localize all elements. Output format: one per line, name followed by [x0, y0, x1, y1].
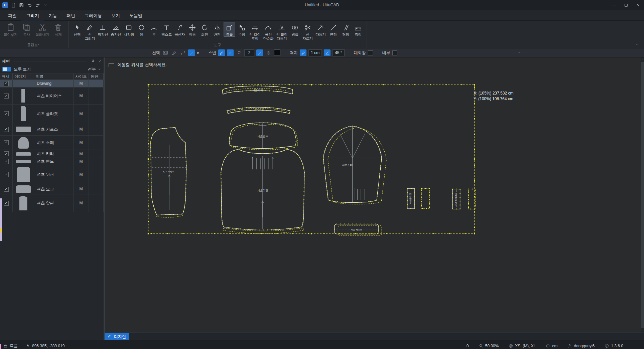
scrollbar-thumb[interactable] — [641, 62, 644, 328]
pattern-row-shirt-placket[interactable]: ✓셔츠 플라켓M — [0, 105, 104, 123]
pattern-row-shirt-front[interactable]: ✓셔츠 앞판M — [0, 194, 104, 212]
tool-delete-button[interactable]: 삭제 — [51, 22, 66, 37]
tool-flip-button[interactable]: 반전 — [211, 22, 223, 37]
pattern-row-shirt-back[interactable]: ✓셔츠 뒤판M — [0, 165, 104, 184]
menu-item-pattern[interactable]: 패턴 — [62, 10, 80, 20]
visibility-checkbox[interactable]: ✓ — [4, 187, 9, 192]
pattern-row-shirt-yoke[interactable]: ✓셔츠 요크M — [0, 184, 104, 194]
tool-select-button[interactable]: 선택 — [71, 22, 83, 37]
tool-copy-button[interactable]: 복사 — [19, 22, 34, 37]
drawing-canvas[interactable]: 셔츠카라 셔츠밴드 — [105, 57, 644, 333]
close-icon[interactable] — [632, 0, 644, 10]
tool-rotate-button[interactable]: 회전 — [199, 22, 211, 37]
tab-design[interactable]: 디자인 — [105, 333, 129, 340]
snap-pen-icon[interactable] — [218, 49, 225, 56]
tool-cut-line-button[interactable]: 선자르기 — [301, 22, 314, 41]
piece-collar[interactable]: 셔츠카라 — [223, 86, 293, 94]
menu-item-file[interactable]: 파일 — [3, 10, 21, 20]
visibility-checkbox[interactable]: ✓ — [4, 94, 9, 99]
ribbon-collapse-icon[interactable] — [635, 42, 639, 46]
pattern-filter-dropdown[interactable]: 전부 — [88, 66, 101, 72]
piece-back[interactable]: 셔츠뒤판 — [221, 149, 304, 233]
pattern-row-shirt-collar[interactable]: ✓셔츠 카라M — [0, 150, 104, 158]
pattern-row-shirt-cuffs[interactable]: ✓셔츠 커프스M — [0, 123, 104, 136]
snap-tolerance-value[interactable]: 2 — [244, 49, 254, 56]
grid-size-value[interactable]: 1 cm — [308, 49, 322, 56]
pen-select-icon[interactable] — [171, 49, 177, 56]
piece-placket[interactable]: 셔츠플라켓 — [407, 188, 429, 208]
piece-band[interactable]: 셔츠밴드 — [227, 107, 290, 113]
snap-line-icon[interactable] — [256, 49, 263, 56]
piece-bias[interactable]: 셔츠바이어스 — [453, 189, 475, 209]
pattern-row-drawing[interactable]: ✓DrawingM — [0, 80, 104, 88]
save-icon[interactable] — [19, 3, 24, 8]
tool-line-length-button[interactable]: 선 길이조정 — [248, 22, 262, 41]
panel-close-icon[interactable] — [98, 59, 102, 63]
undo-icon[interactable] — [27, 3, 32, 8]
inner-checkbox[interactable] — [392, 50, 397, 55]
tool-move-button[interactable]: 이동 — [186, 22, 198, 37]
visibility-checkbox[interactable]: ✓ — [4, 151, 9, 156]
new-file-icon[interactable] — [11, 3, 16, 8]
grid-pen-icon[interactable] — [300, 49, 306, 56]
tool-parallel-button[interactable]: 평행 — [340, 22, 352, 37]
vertical-scrollbar[interactable] — [641, 57, 644, 333]
scroll-down-icon[interactable] — [641, 329, 644, 333]
selection-handles[interactable] — [148, 84, 475, 234]
menu-item-function[interactable]: 기능 — [44, 10, 62, 20]
menu-item-grading[interactable]: 그레이딩 — [80, 10, 107, 20]
line-select-icon[interactable] — [188, 49, 195, 56]
show-all-toggle[interactable] — [2, 67, 11, 71]
grid-angle-icon[interactable] — [324, 49, 331, 56]
tool-trim-button[interactable]: 다듬기 — [314, 22, 327, 37]
tool-middle-line-button[interactable]: 중간선 — [110, 22, 122, 37]
visibility-checkbox[interactable]: ✓ — [4, 111, 9, 116]
snap-center-icon[interactable] — [265, 49, 272, 56]
tool-text-button[interactable]: 텍스트 — [160, 22, 173, 37]
snap-intersection-icon[interactable] — [227, 49, 234, 56]
visibility-checkbox[interactable]: ✓ — [4, 127, 9, 132]
tool-extend-button[interactable]: 연장 — [328, 22, 339, 37]
tool-measure-button[interactable]: 측정 — [352, 22, 364, 37]
options-dropdown-icon[interactable] — [517, 50, 521, 54]
color-swatch[interactable] — [274, 49, 280, 56]
tool-paste-button[interactable]: 붙여넣기 — [3, 22, 18, 37]
pattern-row-shirt-sleeve[interactable]: ✓셔츠 소매M — [0, 136, 104, 150]
redo-icon[interactable] — [35, 3, 40, 8]
piece-yoke[interactable]: 셔츠요크 — [229, 123, 298, 150]
tool-arc-button[interactable]: 호 — [148, 22, 160, 37]
snap-magnet-icon[interactable] — [236, 49, 242, 56]
tool-curve-ruler-button[interactable]: 곡선자 — [173, 22, 186, 37]
grid-angle-value[interactable]: 45 ° — [333, 49, 344, 56]
tool-attach-trim-button[interactable]: 선 붙여다듬기 — [275, 22, 288, 41]
zoom-level[interactable]: 50.00% — [479, 344, 499, 348]
tool-circle-button[interactable]: 원 — [136, 22, 147, 37]
tool-modify-button[interactable]: 수정 — [236, 22, 248, 37]
visibility-checkbox[interactable]: ✓ — [4, 172, 9, 177]
dialog-checkbox[interactable] — [368, 50, 373, 55]
pattern-canvas-drawing[interactable]: 셔츠카라 셔츠밴드 — [105, 57, 644, 333]
tool-cut-button[interactable]: 잘라내기 — [34, 22, 50, 37]
tool-merge-button[interactable]: 병합 — [289, 22, 301, 37]
visibility-checkbox[interactable]: ✓ — [4, 201, 9, 206]
size-set[interactable]: XS, (M), XL — [509, 344, 536, 348]
pattern-row-shirt-band[interactable]: ✓셔츠 밴드M — [0, 158, 104, 165]
minimize-icon[interactable] — [608, 0, 620, 10]
user-account[interactable]: danggunyi6 — [567, 344, 595, 348]
tool-curve-simplify-button[interactable]: 곡선단순화 — [262, 22, 274, 41]
unit-indicator[interactable]: cm — [546, 344, 557, 348]
visibility-checkbox[interactable]: ✓ — [4, 140, 9, 145]
tool-perpendicular-line-button[interactable]: 직각선 — [97, 22, 109, 37]
pin-icon[interactable] — [91, 59, 95, 63]
piece-sleeve[interactable]: 셔츠소매 — [323, 126, 386, 204]
quick-access-dropdown-icon[interactable] — [43, 3, 47, 7]
menu-item-view[interactable]: 보기 — [107, 10, 125, 20]
pattern-row-shirt-bias[interactable]: ✓셔츠 바이어스M — [0, 88, 104, 105]
menu-item-draw[interactable]: 그리기 — [21, 10, 44, 20]
image-select-icon[interactable] — [162, 49, 169, 56]
tool-rectangle-button[interactable]: 사각형 — [123, 22, 135, 37]
curve-select-icon[interactable] — [179, 49, 186, 56]
menu-item-help[interactable]: 도움말 — [125, 10, 147, 20]
scroll-up-icon[interactable] — [641, 57, 644, 61]
maximize-icon[interactable] — [620, 0, 632, 10]
